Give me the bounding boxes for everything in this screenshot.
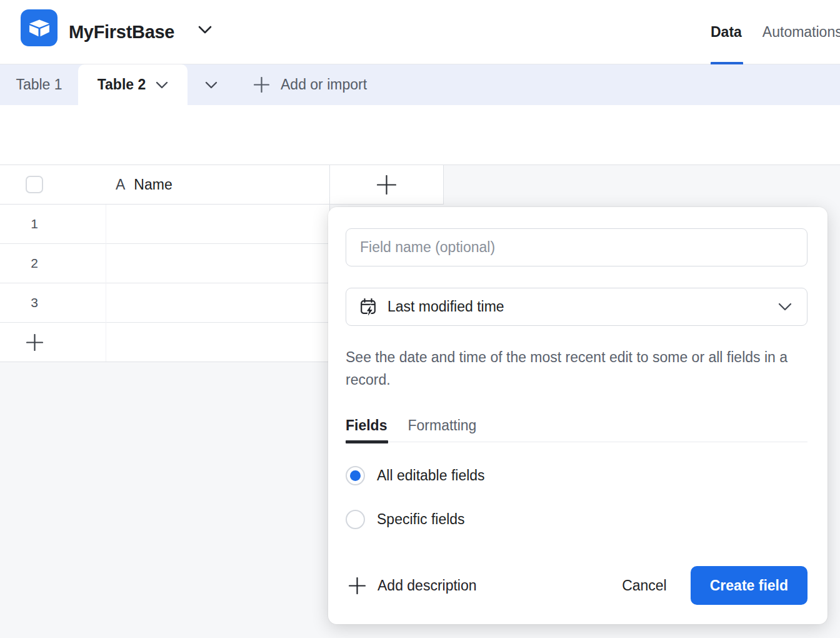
option-specific-fields[interactable]: Specific fields (346, 510, 808, 529)
field-type-value: Last modified time (388, 298, 778, 315)
row-number: 1 (25, 205, 44, 243)
table-menu-chevron-icon (156, 81, 168, 89)
add-description-button[interactable]: Add description (349, 577, 477, 594)
app-nav: Data Automations (711, 0, 840, 64)
nav-tab-automations[interactable]: Automations (762, 0, 840, 64)
row-number: 3 (25, 283, 44, 322)
tab-table-2[interactable]: Table 2 (78, 64, 188, 105)
option-all-editable-fields[interactable]: All editable fields (346, 466, 808, 485)
table-row[interactable]: 2 (0, 244, 329, 283)
column-header-name[interactable]: A Name (0, 165, 329, 205)
tab-table-2-label: Table 2 (98, 76, 146, 93)
plus-icon (377, 175, 396, 195)
nav-tab-data[interactable]: Data (711, 0, 742, 64)
plus-icon (349, 577, 366, 594)
add-description-label: Add description (378, 577, 477, 594)
add-field-button[interactable] (330, 165, 444, 205)
create-field-button[interactable]: Create field (691, 566, 808, 605)
field-header: A Name (116, 165, 172, 204)
top-bar: MyFirstBase Data Automations (0, 0, 840, 64)
tab-formatting[interactable]: Formatting (408, 417, 476, 434)
base-title[interactable]: MyFirstBase (69, 0, 174, 64)
option-label: All editable fields (377, 467, 485, 484)
popup-tab-underline (346, 442, 808, 442)
last-modified-time-icon (360, 298, 377, 316)
row-number: 2 (25, 244, 44, 283)
option-label: Specific fields (377, 511, 465, 528)
add-row-button[interactable] (0, 323, 329, 362)
popup-footer: Add description Cancel Create field (349, 566, 808, 605)
radio-unselected-icon (346, 510, 365, 529)
popup-tabs: Fields Formatting (346, 417, 808, 434)
field-type-description: See the date and time of the most recent… (346, 346, 792, 391)
select-all-checkbox[interactable] (26, 176, 43, 193)
airtable-logo-icon[interactable] (21, 9, 58, 46)
view-toolbar: Grid view (0, 105, 840, 165)
row-number-divider (106, 205, 106, 362)
table-row[interactable]: 1 (0, 205, 329, 244)
radio-selected-icon (346, 466, 365, 485)
table-row[interactable]: 3 (0, 283, 329, 323)
chevron-down-icon (205, 81, 218, 89)
table-tab-strip: Table 1 Table 2 Add or import (0, 64, 840, 105)
single-line-text-icon: A (116, 176, 125, 193)
table-list-chevron-button[interactable] (188, 64, 235, 105)
cancel-button[interactable]: Cancel (608, 569, 681, 603)
primary-column: A Name 1 2 3 (0, 165, 330, 362)
chevron-down-icon (778, 303, 792, 311)
field-name-label: Name (134, 176, 172, 193)
base-menu-chevron-icon[interactable] (198, 25, 212, 34)
field-type-select[interactable]: Last modified time (346, 288, 808, 326)
add-or-import-button[interactable]: Add or import (254, 64, 367, 105)
field-name-input[interactable] (346, 228, 808, 266)
add-or-import-label: Add or import (281, 76, 367, 93)
tab-fields[interactable]: Fields (346, 417, 387, 434)
tab-table-1[interactable]: Table 1 (0, 64, 78, 105)
plus-icon (254, 77, 269, 93)
create-field-popup: Last modified time See the date and time… (328, 207, 828, 624)
plus-icon (26, 334, 43, 351)
